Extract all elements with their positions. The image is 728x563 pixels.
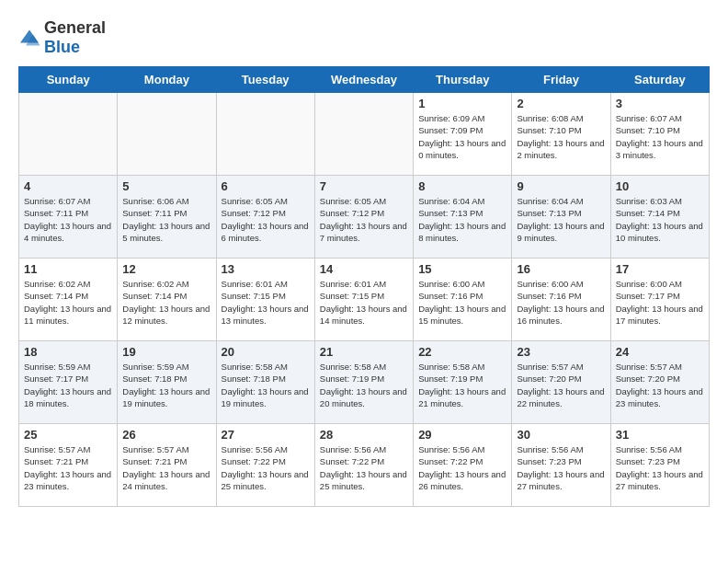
day-number: 17: [616, 262, 704, 276]
calendar-body: 1Sunrise: 6:09 AM Sunset: 7:09 PM Daylig…: [19, 93, 710, 507]
day-info: Sunrise: 6:05 AM Sunset: 7:12 PM Dayligh…: [320, 195, 408, 244]
day-number: 7: [320, 179, 408, 193]
day-number: 24: [616, 345, 704, 359]
day-info: Sunrise: 5:57 AM Sunset: 7:20 PM Dayligh…: [517, 361, 605, 409]
day-info: Sunrise: 6:09 AM Sunset: 7:09 PM Dayligh…: [418, 112, 506, 161]
day-number: 31: [616, 428, 704, 442]
day-number: 12: [122, 262, 210, 276]
day-info: Sunrise: 6:04 AM Sunset: 7:13 PM Dayligh…: [418, 195, 506, 244]
day-info: Sunrise: 6:07 AM Sunset: 7:11 PM Dayligh…: [24, 195, 112, 244]
calendar-cell: 1Sunrise: 6:09 AM Sunset: 7:09 PM Daylig…: [414, 93, 512, 176]
logo: General Blue: [18, 18, 106, 57]
calendar-cell: [216, 93, 314, 176]
day-number: 21: [320, 345, 408, 359]
day-number: 3: [616, 97, 704, 110]
col-header-wednesday: Wednesday: [314, 67, 413, 93]
calendar-header: SundayMondayTuesdayWednesdayThursdayFrid…: [19, 67, 710, 93]
header-row: SundayMondayTuesdayWednesdayThursdayFrid…: [19, 67, 710, 93]
day-info: Sunrise: 6:00 AM Sunset: 7:16 PM Dayligh…: [517, 278, 605, 327]
calendar-cell: 23Sunrise: 5:57 AM Sunset: 7:20 PM Dayli…: [512, 341, 610, 424]
day-number: 23: [517, 345, 605, 359]
calendar-cell: 24Sunrise: 5:57 AM Sunset: 7:20 PM Dayli…: [610, 341, 709, 424]
day-info: Sunrise: 5:59 AM Sunset: 7:17 PM Dayligh…: [24, 361, 112, 409]
col-header-tuesday: Tuesday: [216, 67, 314, 93]
calendar-cell: 14Sunrise: 6:01 AM Sunset: 7:15 PM Dayli…: [314, 259, 413, 341]
calendar-cell: [314, 93, 413, 176]
day-number: 15: [418, 262, 506, 276]
col-header-friday: Friday: [512, 67, 610, 93]
day-info: Sunrise: 6:02 AM Sunset: 7:14 PM Dayligh…: [122, 278, 210, 327]
day-info: Sunrise: 6:04 AM Sunset: 7:13 PM Dayligh…: [517, 195, 605, 244]
calendar-cell: 9Sunrise: 6:04 AM Sunset: 7:13 PM Daylig…: [512, 176, 610, 259]
day-info: Sunrise: 6:06 AM Sunset: 7:11 PM Dayligh…: [122, 195, 210, 244]
day-info: Sunrise: 6:05 AM Sunset: 7:12 PM Dayligh…: [222, 195, 310, 244]
calendar-cell: 8Sunrise: 6:04 AM Sunset: 7:13 PM Daylig…: [414, 176, 512, 259]
calendar-cell: 29Sunrise: 5:56 AM Sunset: 7:22 PM Dayli…: [414, 424, 512, 507]
calendar-cell: 15Sunrise: 6:00 AM Sunset: 7:16 PM Dayli…: [414, 259, 512, 341]
day-info: Sunrise: 5:56 AM Sunset: 7:22 PM Dayligh…: [222, 443, 310, 492]
day-info: Sunrise: 6:00 AM Sunset: 7:17 PM Dayligh…: [616, 278, 704, 327]
calendar-cell: 22Sunrise: 5:58 AM Sunset: 7:19 PM Dayli…: [414, 341, 512, 424]
week-row-4: 18Sunrise: 5:59 AM Sunset: 7:17 PM Dayli…: [19, 341, 710, 424]
day-number: 25: [24, 428, 112, 442]
calendar-cell: 21Sunrise: 5:58 AM Sunset: 7:19 PM Dayli…: [314, 341, 413, 424]
calendar-cell: [19, 93, 118, 176]
day-info: Sunrise: 5:58 AM Sunset: 7:19 PM Dayligh…: [320, 361, 408, 409]
logo-text: General Blue: [44, 18, 106, 57]
day-number: 30: [517, 428, 605, 442]
day-number: 2: [517, 97, 605, 110]
day-info: Sunrise: 6:00 AM Sunset: 7:16 PM Dayligh…: [418, 278, 506, 327]
day-number: 9: [517, 179, 605, 193]
day-number: 16: [517, 262, 605, 276]
logo-icon: [18, 29, 40, 47]
day-info: Sunrise: 6:07 AM Sunset: 7:10 PM Dayligh…: [616, 112, 704, 161]
calendar-cell: 10Sunrise: 6:03 AM Sunset: 7:14 PM Dayli…: [610, 176, 709, 259]
col-header-saturday: Saturday: [610, 67, 709, 93]
calendar-cell: 18Sunrise: 5:59 AM Sunset: 7:17 PM Dayli…: [19, 341, 118, 424]
day-number: 28: [320, 428, 408, 442]
day-info: Sunrise: 6:03 AM Sunset: 7:14 PM Dayligh…: [616, 195, 704, 244]
day-number: 11: [24, 262, 112, 276]
header: General Blue: [18, 18, 710, 57]
calendar-cell: 27Sunrise: 5:56 AM Sunset: 7:22 PM Dayli…: [216, 424, 314, 507]
calendar-cell: 11Sunrise: 6:02 AM Sunset: 7:14 PM Dayli…: [19, 259, 118, 341]
calendar-cell: 20Sunrise: 5:58 AM Sunset: 7:18 PM Dayli…: [216, 341, 314, 424]
day-info: Sunrise: 5:56 AM Sunset: 7:23 PM Dayligh…: [517, 443, 605, 492]
calendar-cell: 31Sunrise: 5:56 AM Sunset: 7:23 PM Dayli…: [610, 424, 709, 507]
day-number: 29: [418, 428, 506, 442]
calendar-cell: 2Sunrise: 6:08 AM Sunset: 7:10 PM Daylig…: [512, 93, 610, 176]
day-number: 22: [418, 345, 506, 359]
logo-general: General: [44, 18, 106, 37]
day-info: Sunrise: 5:59 AM Sunset: 7:18 PM Dayligh…: [122, 361, 210, 409]
calendar-cell: 3Sunrise: 6:07 AM Sunset: 7:10 PM Daylig…: [610, 93, 709, 176]
calendar-cell: 5Sunrise: 6:06 AM Sunset: 7:11 PM Daylig…: [118, 176, 216, 259]
day-info: Sunrise: 5:56 AM Sunset: 7:23 PM Dayligh…: [616, 443, 704, 492]
day-number: 27: [222, 428, 310, 442]
day-number: 19: [122, 345, 210, 359]
calendar-cell: 12Sunrise: 6:02 AM Sunset: 7:14 PM Dayli…: [118, 259, 216, 341]
day-info: Sunrise: 5:58 AM Sunset: 7:19 PM Dayligh…: [418, 361, 506, 409]
calendar-table: SundayMondayTuesdayWednesdayThursdayFrid…: [18, 66, 710, 507]
calendar-cell: 7Sunrise: 6:05 AM Sunset: 7:12 PM Daylig…: [314, 176, 413, 259]
day-info: Sunrise: 5:57 AM Sunset: 7:20 PM Dayligh…: [616, 361, 704, 409]
col-header-thursday: Thursday: [414, 67, 512, 93]
calendar-cell: 26Sunrise: 5:57 AM Sunset: 7:21 PM Dayli…: [118, 424, 216, 507]
day-number: 14: [320, 262, 408, 276]
day-number: 18: [24, 345, 112, 359]
day-info: Sunrise: 5:57 AM Sunset: 7:21 PM Dayligh…: [122, 443, 210, 492]
calendar-cell: 25Sunrise: 5:57 AM Sunset: 7:21 PM Dayli…: [19, 424, 118, 507]
day-info: Sunrise: 6:08 AM Sunset: 7:10 PM Dayligh…: [517, 112, 605, 161]
calendar-cell: 4Sunrise: 6:07 AM Sunset: 7:11 PM Daylig…: [19, 176, 118, 259]
calendar-cell: 16Sunrise: 6:00 AM Sunset: 7:16 PM Dayli…: [512, 259, 610, 341]
day-number: 26: [122, 428, 210, 442]
day-info: Sunrise: 6:01 AM Sunset: 7:15 PM Dayligh…: [320, 278, 408, 327]
day-info: Sunrise: 6:02 AM Sunset: 7:14 PM Dayligh…: [24, 278, 112, 327]
calendar-cell: 30Sunrise: 5:56 AM Sunset: 7:23 PM Dayli…: [512, 424, 610, 507]
day-info: Sunrise: 5:56 AM Sunset: 7:22 PM Dayligh…: [418, 443, 506, 492]
day-info: Sunrise: 5:58 AM Sunset: 7:18 PM Dayligh…: [222, 361, 310, 409]
day-number: 6: [222, 179, 310, 193]
day-number: 5: [122, 179, 210, 193]
calendar-cell: 13Sunrise: 6:01 AM Sunset: 7:15 PM Dayli…: [216, 259, 314, 341]
day-info: Sunrise: 5:56 AM Sunset: 7:22 PM Dayligh…: [320, 443, 408, 492]
day-info: Sunrise: 6:01 AM Sunset: 7:15 PM Dayligh…: [222, 278, 310, 327]
